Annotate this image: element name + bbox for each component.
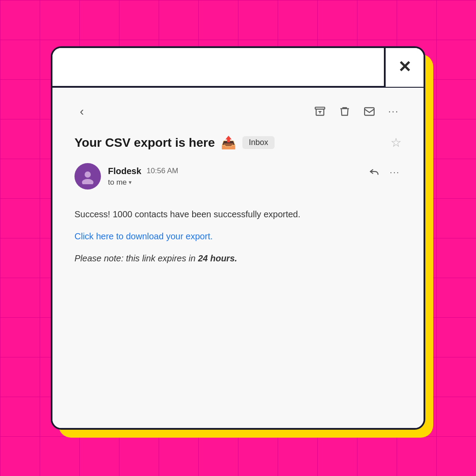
subject-row: Your CSV export is here 📤 Inbox ☆ bbox=[74, 135, 402, 150]
email-body-text: Success! 1000 contacts have been success… bbox=[74, 207, 402, 221]
reply-icon bbox=[368, 165, 380, 176]
toolbar-actions: ··· bbox=[312, 103, 402, 120]
close-button[interactable]: ✕ bbox=[384, 47, 424, 87]
trash-icon bbox=[339, 106, 350, 117]
subject-text: Your CSV export is here bbox=[74, 136, 215, 150]
title-bar: ✕ bbox=[52, 48, 424, 88]
mail-icon bbox=[364, 106, 375, 117]
address-bar-input[interactable] bbox=[52, 48, 384, 86]
mail-button[interactable] bbox=[361, 103, 378, 120]
email-download-link-para: Click here to download your export. bbox=[74, 229, 402, 243]
inbox-badge: Inbox bbox=[242, 136, 274, 149]
subject-left: Your CSV export is here 📤 Inbox bbox=[74, 135, 275, 150]
star-icon: ☆ bbox=[390, 136, 402, 149]
more-icon: ··· bbox=[388, 106, 399, 117]
avatar-icon bbox=[80, 168, 96, 184]
sender-name: Flodesk bbox=[108, 166, 141, 176]
email-window: ✕ ‹ bbox=[51, 46, 425, 430]
star-button[interactable]: ☆ bbox=[390, 135, 402, 150]
email-body: Success! 1000 contacts have been success… bbox=[74, 207, 402, 265]
svg-rect-1 bbox=[364, 108, 374, 115]
more-options-button[interactable]: ··· bbox=[386, 103, 402, 120]
sender-row: Flodesk 10:56 AM to me ▾ bbox=[74, 163, 402, 190]
sender-left: Flodesk 10:56 AM to me ▾ bbox=[74, 163, 178, 190]
archive-icon bbox=[314, 106, 326, 117]
email-note: Please note: this link expires in 24 hou… bbox=[74, 251, 402, 265]
to-me-label: to me bbox=[108, 178, 127, 187]
close-icon: ✕ bbox=[398, 58, 411, 76]
sender-name-time: Flodesk 10:56 AM bbox=[108, 166, 178, 176]
archive-button[interactable] bbox=[312, 103, 328, 120]
sender-info: Flodesk 10:56 AM to me ▾ bbox=[108, 166, 178, 187]
svg-rect-0 bbox=[315, 107, 325, 109]
email-toolbar: ‹ bbox=[74, 101, 402, 122]
download-link[interactable]: Click here to download your export. bbox=[74, 231, 213, 241]
subject-emoji: 📤 bbox=[221, 135, 236, 150]
svg-point-3 bbox=[82, 179, 93, 184]
delete-button[interactable] bbox=[336, 103, 353, 120]
chevron-down-icon: ▾ bbox=[129, 179, 132, 186]
email-more-button[interactable]: ··· bbox=[388, 164, 402, 179]
email-content-area: ‹ bbox=[52, 88, 424, 428]
note-text: Please note: this link expires in bbox=[74, 253, 198, 263]
avatar bbox=[74, 163, 101, 190]
sender-time: 10:56 AM bbox=[147, 167, 178, 175]
to-me-row[interactable]: to me ▾ bbox=[108, 178, 178, 187]
back-button[interactable]: ‹ bbox=[74, 101, 89, 122]
window-container: ✕ ‹ bbox=[51, 46, 425, 430]
sender-actions: ··· bbox=[367, 163, 402, 181]
back-icon: ‹ bbox=[80, 104, 84, 118]
svg-point-2 bbox=[85, 171, 91, 178]
note-bold: 24 hours. bbox=[198, 253, 237, 263]
email-more-icon: ··· bbox=[390, 167, 400, 177]
reply-button[interactable] bbox=[367, 163, 382, 181]
